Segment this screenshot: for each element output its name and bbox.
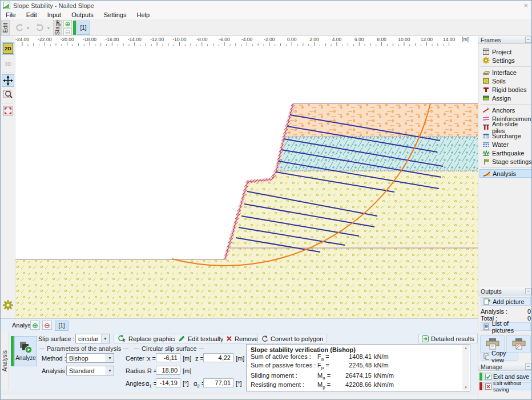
undo-dropdown-caret[interactable]: ▼	[26, 26, 30, 31]
menu-input[interactable]: Input	[42, 11, 66, 19]
stage-accent-bar	[73, 21, 76, 35]
result-row: Sliding moment :Ma =26474,15kNm/m	[251, 372, 461, 381]
view-tools: 2D 3D	[1, 36, 15, 318]
printer-icon	[485, 338, 500, 350]
drawing-settings-button[interactable]	[2, 299, 14, 311]
radius-label: Radius :	[126, 367, 148, 374]
sidebar-item-earthquake[interactable]: Earthquake	[479, 149, 532, 157]
svg-text:0.00: 0.00	[287, 37, 297, 42]
scroll-up-icon[interactable]: ▲	[464, 345, 467, 351]
list-of-pictures-button[interactable]: List of pictures	[481, 322, 531, 331]
water-icon	[482, 141, 490, 148]
edit-textually-button[interactable]: Edit textually	[175, 334, 227, 343]
tools-separator	[2, 73, 13, 73]
close-button[interactable]: ×	[523, 1, 528, 10]
result-row: Resisting moment :Mp =42208,66kNm/m	[251, 381, 461, 390]
exit-without-saving-button[interactable]: Exit without saving	[483, 382, 532, 390]
sidebar-item-settings[interactable]: Settings	[479, 56, 532, 65]
menu-file[interactable]: File	[1, 11, 21, 19]
remove-analysis-button[interactable]: ⊖	[42, 321, 52, 330]
menu-settings[interactable]: Settings	[99, 11, 132, 19]
svg-text:8.00: 8.00	[377, 37, 386, 42]
detailed-results-button[interactable]: Detailed results	[418, 334, 478, 343]
sidebar-item-project[interactable]: Project	[479, 47, 532, 56]
menu-outputs[interactable]: Outputs	[66, 11, 99, 19]
alpha1-field[interactable]: -14,19	[156, 378, 180, 387]
scroll-down-icon[interactable]: ▼	[464, 385, 467, 390]
convert-icon	[261, 335, 268, 342]
analysis-type-select[interactable]: Standard▼	[66, 366, 114, 375]
r-unit: [m]	[183, 367, 191, 374]
sidebar-item-analysis[interactable]: Analysis	[479, 169, 532, 178]
redo-dropdown-caret[interactable]: ▼	[46, 26, 51, 31]
remove-stage-button[interactable]: ⊖	[63, 28, 72, 35]
slip-surface-select[interactable]: circular▼	[75, 334, 110, 343]
exit-save-accent	[479, 373, 482, 381]
fit-to-view-button[interactable]	[2, 105, 14, 117]
sidebar-item-assign[interactable]: Assign	[479, 94, 532, 102]
sidebar-item-rigid-bodies[interactable]: Rigid bodies	[479, 85, 532, 94]
undo-button[interactable]	[13, 21, 26, 34]
exit-nosave-accent	[479, 382, 482, 390]
convert-to-polygon-button[interactable]: Convert to polygon	[257, 334, 327, 343]
sidebar-item-soils[interactable]: Soils	[479, 77, 532, 85]
redo-button[interactable]	[34, 21, 46, 34]
drawing-canvas[interactable]: -24.00-22.00-20.00-18.00-16.00-14.00-12.…	[15, 36, 478, 318]
edit-mode-button[interactable]: Edit	[1, 20, 10, 35]
svg-text:10.00: 10.00	[398, 37, 410, 42]
svg-text:-12.00: -12.00	[150, 37, 164, 42]
zoom-region-button[interactable]	[2, 88, 14, 101]
center-z-field[interactable]: 4,22	[203, 353, 233, 362]
minimize-outputs-button[interactable]: −	[525, 288, 531, 294]
analysis-icon	[483, 170, 490, 177]
sidebar-item-water[interactable]: Water	[479, 140, 532, 149]
radius-field[interactable]: 18,80	[156, 366, 180, 375]
sidebar-item-surcharge[interactable]: Surcharge	[479, 131, 532, 140]
analysis-tab-1[interactable]: [1]	[55, 321, 68, 331]
method-select[interactable]: Bishop▼	[66, 353, 114, 363]
svg-text:4.00: 4.00	[332, 37, 342, 42]
reinforcements-icon	[482, 115, 490, 122]
minimize-manage-button[interactable]: −	[525, 363, 531, 370]
view-2d-button[interactable]: 2D	[2, 42, 14, 55]
exit-and-save-button[interactable]: Exit and save	[483, 373, 532, 381]
add-picture-button[interactable]: Add picture	[481, 297, 531, 306]
sidebar-item-interface[interactable]: Interface	[479, 68, 532, 77]
add-stage-button[interactable]: ⊕	[63, 20, 72, 27]
remove-button[interactable]: Remove	[223, 334, 261, 343]
sidebar-item-anchors[interactable]: Anchors	[479, 106, 532, 114]
anti-slide-piles-icon	[482, 123, 490, 131]
alpha1-unit: [°]	[183, 380, 189, 387]
analyze-button[interactable]: Analyze	[14, 336, 37, 366]
main-toolbar: Edit ▼ ▼ Stage ⊕ ⊖ [1]	[1, 19, 532, 36]
minimize-frames-button[interactable]: −	[525, 37, 531, 43]
zoom-region-icon	[3, 89, 13, 99]
sidebar-item-anti-slide-piles[interactable]: Anti-slide piles	[479, 123, 532, 131]
pan-tool-button[interactable]	[2, 74, 14, 87]
replace-graphically-icon	[117, 335, 126, 342]
view-3d-button[interactable]: 3D	[2, 58, 14, 70]
stage-settings-icon	[482, 158, 490, 165]
3d-icon: 3D	[5, 61, 11, 67]
analyze-icon	[19, 341, 33, 354]
results-scrollbar[interactable]: ▲▼	[462, 345, 469, 390]
menu-bar: File Edit Input Outputs Settings Help	[1, 10, 532, 19]
svg-text:14.00: 14.00	[443, 37, 456, 42]
anchors-icon	[482, 106, 490, 114]
alpha2-field[interactable]: 77,01	[203, 378, 233, 387]
status-bar	[1, 394, 478, 400]
manage-header: Manage−	[478, 363, 532, 371]
analysis-side-tab[interactable]: Analysis	[1, 333, 9, 390]
soil-layer-top	[284, 103, 478, 137]
menu-edit[interactable]: Edit	[21, 11, 42, 19]
center-x-field[interactable]: -6,11	[156, 353, 180, 362]
add-analysis-button[interactable]: ⊕	[30, 321, 40, 330]
svg-text:12.00: 12.00	[421, 37, 433, 42]
copy-view-button[interactable]: Copy view	[481, 352, 518, 361]
undo-icon	[14, 22, 25, 33]
sidebar-item-stage-settings[interactable]: Stage settings	[479, 157, 532, 166]
menu-help[interactable]: Help	[131, 11, 155, 19]
stage-tab-1[interactable]: [1]	[76, 21, 90, 35]
z-unit: [m]	[236, 355, 244, 362]
stage-mode-button[interactable]: Stage	[53, 20, 62, 35]
